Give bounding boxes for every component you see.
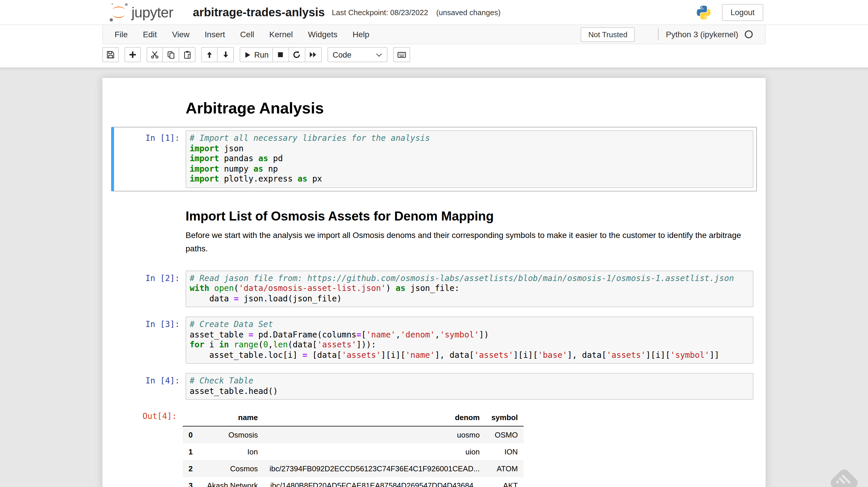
header: jupyter arbitrage-trades-anlysis Last Ch… bbox=[0, 0, 868, 25]
dataframe-table: namedenomsymbol0OsmosisuosmoOSMO1Ionuion… bbox=[183, 409, 524, 487]
table-row: 1IonuionION bbox=[183, 444, 524, 460]
markdown-cell-section[interactable]: Import List of Osmosis Assets for Denom … bbox=[111, 193, 757, 265]
input-prompt-1: In [1]: bbox=[117, 130, 186, 188]
paste-icon bbox=[183, 51, 191, 59]
run-button-group: Run bbox=[240, 47, 322, 62]
code-editor-1[interactable]: # Import all necessary libraries for the… bbox=[186, 130, 753, 188]
unsaved-changes-status: (unsaved changes) bbox=[436, 8, 501, 17]
logout-button[interactable]: Logout bbox=[722, 4, 763, 21]
run-button-label: Run bbox=[254, 50, 269, 59]
save-button[interactable] bbox=[102, 47, 119, 62]
output-prompt-4: Out[4]: bbox=[114, 408, 183, 487]
cell-type-chevron-icon bbox=[376, 53, 382, 57]
move-up-icon bbox=[205, 51, 214, 59]
workspace: Arbitrage Analysis In [1]: # Import all … bbox=[0, 67, 868, 487]
jupyter-logo-icon bbox=[107, 1, 130, 24]
output-area: namedenomsymbol0OsmosisuosmoOSMO1Ionuion… bbox=[183, 408, 754, 487]
code-editor-2[interactable]: # Read jason file from: https://github.c… bbox=[186, 270, 753, 307]
cut-icon bbox=[151, 51, 159, 59]
menu-edit[interactable]: Edit bbox=[135, 25, 164, 43]
notebook-heading: Arbitrage Analysis bbox=[186, 99, 753, 118]
move-down-icon bbox=[221, 51, 229, 59]
input-prompt-4: In [4]: bbox=[117, 373, 186, 400]
empty-prompt bbox=[117, 197, 186, 261]
cell-type-value: Code bbox=[333, 50, 352, 59]
checkpoint-status: Last Checkpoint: 08/23/2022 bbox=[332, 8, 428, 17]
code-editor-4[interactable]: # Check Tableasset_table.head() bbox=[186, 373, 753, 400]
move-cell-down-button[interactable] bbox=[218, 47, 234, 62]
restart-run-all-icon bbox=[309, 51, 317, 59]
add-cell-button[interactable] bbox=[124, 47, 141, 62]
table-row: 2Cosmosibc/27394FB092D2ECCD56123C74F36E4… bbox=[183, 460, 524, 477]
section-paragraph: Before we start with the analysis we imp… bbox=[186, 229, 753, 255]
cell-type-select[interactable]: Code bbox=[328, 47, 388, 62]
menu-view[interactable]: View bbox=[164, 25, 197, 43]
not-trusted-button[interactable]: Not Trusted bbox=[581, 27, 635, 41]
menu-cell[interactable]: Cell bbox=[233, 25, 262, 43]
restart-run-all-button[interactable] bbox=[305, 47, 322, 62]
interrupt-kernel-button[interactable] bbox=[273, 47, 289, 62]
section-heading: Import List of Osmosis Assets for Denom … bbox=[186, 209, 753, 224]
menu-kernel[interactable]: Kernel bbox=[262, 25, 301, 43]
cut-cell-button[interactable] bbox=[147, 47, 163, 62]
python-logo-icon bbox=[695, 4, 711, 20]
input-prompt-3: In [3]: bbox=[117, 316, 186, 364]
paste-cell-button[interactable] bbox=[179, 47, 195, 62]
run-button[interactable]: Run bbox=[240, 47, 273, 62]
menu-file[interactable]: File bbox=[115, 25, 135, 43]
menu-right: Not Trusted Python 3 (ipykernel) bbox=[581, 27, 753, 41]
menu-help[interactable]: Help bbox=[345, 25, 377, 43]
code-cell-3[interactable]: In [3]: # Create Data Setasset_table = p… bbox=[111, 313, 757, 367]
menu-bar: File Edit View Insert Cell Kernel Widget… bbox=[102, 25, 766, 44]
empty-prompt bbox=[117, 90, 186, 121]
table-row: 3Akash Networkibc/1480B8FD20AD5FCAE81EA8… bbox=[183, 477, 524, 487]
restart-kernel-icon bbox=[293, 51, 301, 59]
top-band: jupyter arbitrage-trades-anlysis Last Ch… bbox=[0, 0, 868, 67]
jupyter-logo[interactable]: jupyter bbox=[107, 1, 173, 24]
notebook-container: Arbitrage Analysis In [1]: # Import all … bbox=[102, 78, 766, 487]
header-right: Logout bbox=[695, 4, 763, 21]
notebook-title[interactable]: arbitrage-trades-anlysis bbox=[193, 5, 325, 19]
edit-button-group bbox=[147, 47, 195, 62]
move-cell-up-button[interactable] bbox=[201, 47, 218, 62]
code-cell-4[interactable]: In [4]: # Check Tableasset_table.head() bbox=[111, 369, 757, 403]
markdown-cell-title[interactable]: Arbitrage Analysis bbox=[111, 87, 757, 124]
jupyter-logo-text: jupyter bbox=[131, 4, 173, 21]
table-row: 0OsmosisuosmoOSMO bbox=[183, 426, 524, 444]
move-button-group bbox=[201, 47, 234, 62]
kernel-separator bbox=[658, 29, 659, 40]
save-icon bbox=[106, 51, 115, 59]
code-cell-2[interactable]: In [2]: # Read jason file from: https://… bbox=[111, 267, 757, 311]
add-cell-icon bbox=[129, 51, 137, 59]
copy-icon bbox=[167, 51, 175, 59]
command-palette-button[interactable] bbox=[393, 47, 410, 62]
copy-cell-button[interactable] bbox=[163, 47, 179, 62]
restart-kernel-button[interactable] bbox=[289, 47, 305, 62]
input-prompt-2: In [2]: bbox=[117, 270, 186, 307]
code-editor-3[interactable]: # Create Data Setasset_table = pd.DataFr… bbox=[186, 316, 753, 364]
kernel-idle-circle-icon bbox=[744, 30, 753, 39]
toolbar: Run bbox=[102, 44, 766, 67]
stop-icon bbox=[277, 51, 285, 59]
menu-widgets[interactable]: Widgets bbox=[301, 25, 345, 43]
code-cell-1[interactable]: In [1]: # Import all necessary libraries… bbox=[111, 127, 757, 191]
run-icon bbox=[244, 51, 251, 59]
output-cell-4: Out[4]: namedenomsymbol0OsmosisuosmoOSMO… bbox=[111, 405, 757, 487]
menu-insert[interactable]: Insert bbox=[197, 25, 233, 43]
kernel-name: Python 3 (ipykernel) bbox=[666, 30, 738, 39]
command-palette-keyboard-icon bbox=[397, 51, 406, 59]
jupyter-notebook-app: jupyter arbitrage-trades-anlysis Last Ch… bbox=[0, 0, 868, 487]
